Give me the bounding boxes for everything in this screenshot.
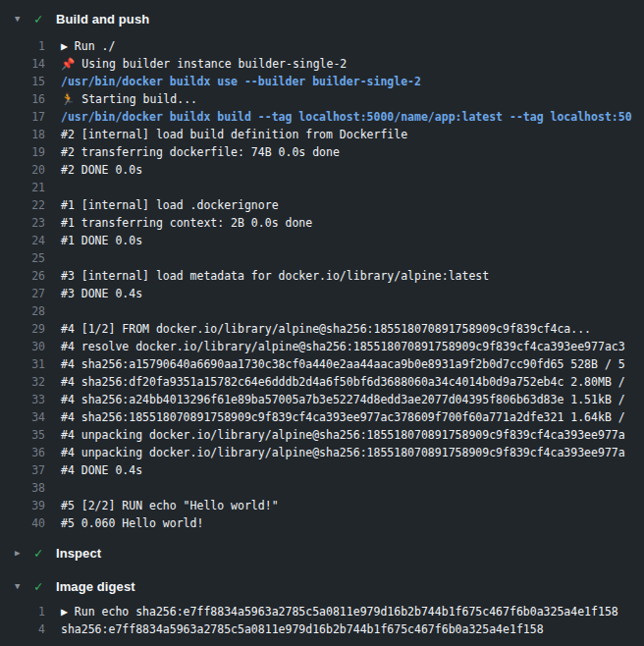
actions-log-viewer: ▼ ✓ Build and push 1▶ Run ./14📌 Using bu… <box>0 0 644 646</box>
expand-caret-icon[interactable]: ▶ <box>15 542 34 564</box>
line-number[interactable]: 20 <box>0 161 45 179</box>
log-line: 40#5 0.060 Hello world! <box>0 514 644 532</box>
line-number[interactable]: 33 <box>0 391 45 408</box>
log-line: 18#2 [internal] load build definition fr… <box>0 126 644 143</box>
log-text: #2 DONE 0.0s <box>45 161 644 179</box>
line-number[interactable]: 24 <box>0 232 45 249</box>
line-number[interactable]: 26 <box>0 267 45 285</box>
log-text: 📌 Using builder instance builder-single-… <box>45 55 644 73</box>
section-header-build-and-push[interactable]: ▼ ✓ Build and push <box>0 8 644 29</box>
line-number[interactable]: 22 <box>0 196 45 214</box>
section-title: Image digest <box>56 579 135 594</box>
line-number[interactable]: 34 <box>0 408 45 426</box>
log-text: #1 DONE 0.0s <box>45 232 644 249</box>
log-line: 31#4 sha256:a15790640a6690aa1730c38cf0a4… <box>0 355 644 373</box>
log-text <box>45 479 644 497</box>
line-number[interactable]: 4 <box>0 620 45 638</box>
log-line: 27#3 DONE 0.4s <box>0 285 644 302</box>
log-text <box>45 302 644 320</box>
line-number[interactable]: 25 <box>0 249 45 267</box>
log-text: #4 sha256:185518070891758909c9f839cf4ca3… <box>45 408 644 426</box>
line-number[interactable]: 14 <box>0 55 45 73</box>
run-command-toggle[interactable]: ▶ Run ./ <box>45 37 644 55</box>
log-line: 25 <box>0 249 644 267</box>
line-number[interactable]: 40 <box>0 514 45 532</box>
success-check-icon: ✓ <box>34 575 56 597</box>
log-text: #2 transferring dockerfile: 74B 0.0s don… <box>45 143 644 161</box>
log-line: 32#4 sha256:df20fa9351a15782c64e6dddb2d4… <box>0 373 644 391</box>
line-number[interactable]: 15 <box>0 73 45 90</box>
line-number[interactable]: 21 <box>0 179 45 196</box>
line-number[interactable]: 23 <box>0 214 45 232</box>
log-line: 4sha256:e7ff8834a5963a2785c5a0811e979d16… <box>0 620 644 638</box>
log-line: 19#2 transferring dockerfile: 74B 0.0s d… <box>0 143 644 161</box>
line-number[interactable]: 30 <box>0 338 45 355</box>
line-number[interactable]: 31 <box>0 355 45 373</box>
log-text: #2 [internal] load build definition from… <box>45 126 644 143</box>
run-command-toggle[interactable]: ▶ Run echo sha256:e7ff8834a5963a2785c5a0… <box>45 603 644 620</box>
log-text <box>45 249 644 267</box>
line-number[interactable]: 29 <box>0 320 45 338</box>
success-check-icon: ✓ <box>34 8 56 29</box>
line-number[interactable]: 16 <box>0 90 45 108</box>
line-number[interactable]: 1 <box>0 37 45 55</box>
success-check-icon: ✓ <box>34 542 56 564</box>
log-line: 39#5 [2/2] RUN echo "Hello world!" <box>0 497 644 514</box>
log-line: 34#4 sha256:185518070891758909c9f839cf4c… <box>0 408 644 426</box>
log-line: 33#4 sha256:a24bb4013296f61e89ba57005a7b… <box>0 391 644 408</box>
log-text: #4 unpacking docker.io/library/alpine@sh… <box>45 444 644 461</box>
section-title: Inspect <box>56 546 101 561</box>
log-text: #5 [2/2] RUN echo "Hello world!" <box>45 497 644 514</box>
log-text: #3 DONE 0.4s <box>45 285 644 302</box>
collapse-caret-icon[interactable]: ▼ <box>15 8 34 29</box>
log-text: /usr/bin/docker buildx build --tag local… <box>45 108 644 126</box>
log-text: #4 [1/2] FROM docker.io/library/alpine@s… <box>45 320 644 338</box>
log-text: sha256:e7ff8834a5963a2785c5a0811e979d16b… <box>45 620 644 638</box>
line-number[interactable]: 38 <box>0 479 45 497</box>
log-text: #3 [internal] load metadata for docker.i… <box>45 267 644 285</box>
log-text: #1 transferring context: 2B 0.0s done <box>45 214 644 232</box>
log-line: 15/usr/bin/docker buildx use --builder b… <box>0 73 644 90</box>
log-line: 21 <box>0 179 644 196</box>
log-text <box>45 179 644 196</box>
log-line: 29#4 [1/2] FROM docker.io/library/alpine… <box>0 320 644 338</box>
log-text: /usr/bin/docker buildx use --builder bui… <box>45 73 644 90</box>
line-number[interactable]: 36 <box>0 444 45 461</box>
line-number[interactable]: 28 <box>0 302 45 320</box>
log-line: 24#1 DONE 0.0s <box>0 232 644 249</box>
log-lines-build-and-push: 1▶ Run ./14📌 Using builder instance buil… <box>0 37 644 532</box>
log-line: 37#4 DONE 0.4s <box>0 461 644 479</box>
line-number[interactable]: 35 <box>0 426 45 444</box>
section-header-image-digest[interactable]: ▼ ✓ Image digest <box>0 575 644 597</box>
log-line: 17/usr/bin/docker buildx build --tag loc… <box>0 108 644 126</box>
log-text: #4 resolve docker.io/library/alpine@sha2… <box>45 338 644 355</box>
log-text: #4 DONE 0.4s <box>45 461 644 479</box>
line-number[interactable]: 32 <box>0 373 45 391</box>
log-text: #1 [internal] load .dockerignore <box>45 196 644 214</box>
line-number[interactable]: 17 <box>0 108 45 126</box>
log-text: #4 sha256:df20fa9351a15782c64e6dddb2d4a6… <box>45 373 644 391</box>
log-line: 35#4 unpacking docker.io/library/alpine@… <box>0 426 644 444</box>
log-line[interactable]: 1▶ Run ./ <box>0 37 644 55</box>
log-line[interactable]: 1▶ Run echo sha256:e7ff8834a5963a2785c5a… <box>0 603 644 620</box>
line-number[interactable]: 1 <box>0 603 45 620</box>
log-line: 22#1 [internal] load .dockerignore <box>0 196 644 214</box>
log-text: #4 unpacking docker.io/library/alpine@sh… <box>45 426 644 444</box>
log-text: #4 sha256:a24bb4013296f61e89ba57005a7b3e… <box>45 391 644 408</box>
log-line: 36#4 unpacking docker.io/library/alpine@… <box>0 444 644 461</box>
log-line: 14📌 Using builder instance builder-singl… <box>0 55 644 73</box>
line-number[interactable]: 18 <box>0 126 45 143</box>
log-line: 38 <box>0 479 644 497</box>
log-line: 20#2 DONE 0.0s <box>0 161 644 179</box>
log-line: 26#3 [internal] load metadata for docker… <box>0 267 644 285</box>
log-text: #5 0.060 Hello world! <box>45 514 644 532</box>
log-line: 23#1 transferring context: 2B 0.0s done <box>0 214 644 232</box>
line-number[interactable]: 19 <box>0 143 45 161</box>
line-number[interactable]: 39 <box>0 497 45 514</box>
log-lines-image-digest: 1▶ Run echo sha256:e7ff8834a5963a2785c5a… <box>0 603 644 638</box>
collapse-caret-icon[interactable]: ▼ <box>15 575 34 597</box>
section-header-inspect[interactable]: ▶ ✓ Inspect <box>0 542 644 564</box>
line-number[interactable]: 37 <box>0 461 45 479</box>
line-number[interactable]: 27 <box>0 285 45 302</box>
log-line: 16🏃 Starting build... <box>0 90 644 108</box>
